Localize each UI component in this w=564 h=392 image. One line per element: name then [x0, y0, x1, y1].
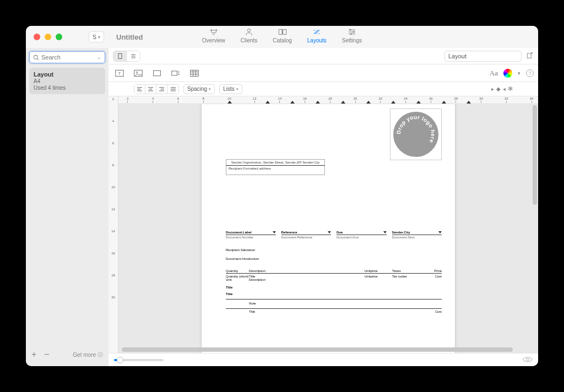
svg-rect-20	[172, 71, 177, 75]
ruler-next-button[interactable]: ◂	[503, 86, 506, 92]
top-nav-tabs: Overview Clients Catalog Layouts Setting…	[26, 26, 538, 48]
toolbar-view	[109, 48, 538, 64]
tab-stop-marker[interactable]	[416, 101, 421, 104]
page-view-button[interactable]	[113, 51, 127, 61]
tab-stop-marker[interactable]	[227, 101, 232, 104]
remove-layout-button[interactable]: −	[44, 350, 49, 360]
get-more-button[interactable]: Get more	[73, 352, 103, 358]
svg-point-7	[34, 55, 37, 59]
layout-item-size: A4	[34, 78, 101, 84]
add-layout-button[interactable]: +	[31, 350, 36, 360]
meta-row[interactable]: Document.LabelDocument.Number ReferenceD…	[226, 231, 442, 239]
line-items-table[interactable]: Quantity Description Unitprice Taxes Pri…	[226, 269, 442, 314]
list-view-button[interactable]	[127, 51, 140, 61]
tab-stop-marker[interactable]	[290, 101, 295, 104]
search-field[interactable]: ⌄	[29, 51, 105, 63]
horizontal-ruler: 2 4 6 8 10 12 14 16 18 20 22 24 26 28	[118, 96, 538, 104]
tab-overview[interactable]: Overview	[202, 28, 225, 43]
editor: T Aa ▾ ? Spacing	[109, 48, 538, 366]
align-center-button[interactable]	[145, 85, 156, 94]
svg-rect-19	[154, 70, 161, 76]
status-bar	[109, 353, 538, 366]
sidebar-footer: + − Get more	[29, 346, 105, 363]
insert-text-box-button[interactable]: T	[113, 67, 126, 79]
recipient-address: Recipient.Formatted address	[226, 165, 325, 175]
insert-image-button[interactable]	[132, 67, 145, 79]
tab-stop-marker[interactable]	[341, 101, 345, 104]
toolbar-insert: T Aa ▾ ?	[109, 64, 538, 82]
horizontal-scrollbar[interactable]	[122, 347, 529, 352]
tab-stop-marker[interactable]	[265, 101, 270, 104]
search-icon	[33, 55, 39, 61]
svg-line-8	[37, 58, 39, 60]
canvas[interactable]: Drop your logo here Sender.Organization,…	[118, 104, 538, 353]
tab-stop-marker[interactable]	[316, 101, 320, 104]
sidebar: ⌄ Layout A4 Used 4 times + − Get more	[26, 48, 109, 366]
svg-text:T: T	[118, 71, 121, 76]
page[interactable]: Drop your logo here Sender.Organization,…	[202, 104, 455, 353]
svg-point-42	[527, 358, 529, 361]
spacing-dropdown[interactable]: Spacing	[183, 84, 215, 94]
tab-stop-marker[interactable]	[391, 101, 395, 104]
introduction-field[interactable]: Document.Introduction	[226, 257, 259, 260]
tab-stop-marker[interactable]	[366, 101, 371, 104]
font-button[interactable]: Aa	[490, 69, 498, 78]
titlebar: S Untitled Overview Clients Catalog Layo…	[26, 26, 538, 48]
ruler-prev-button[interactable]: ▸	[491, 86, 494, 92]
vertical-scrollbar[interactable]	[533, 105, 537, 205]
svg-point-0	[247, 29, 250, 31]
svg-point-18	[136, 72, 137, 73]
vertical-ruler: 2 4 6 8 10 12 14 16 18 20	[109, 96, 118, 353]
ruler-settings-button[interactable]: ✻	[508, 85, 513, 92]
layout-name-input[interactable]	[444, 51, 522, 62]
toolbar-text: Spacing Lists ▸ ◆ ◂ ✻	[109, 82, 538, 96]
insert-field-button[interactable]	[169, 67, 182, 79]
color-picker-chevron[interactable]: ▾	[518, 70, 520, 76]
canvas-column: 2 4 6 8 10 12 14 16 18 20 22 24 26 28	[118, 96, 538, 353]
tab-settings[interactable]: Settings	[342, 28, 362, 43]
help-button[interactable]: ?	[526, 69, 534, 77]
text-align-segment	[134, 84, 179, 94]
app-window: S Untitled Overview Clients Catalog Layo…	[26, 26, 538, 366]
export-button[interactable]	[526, 51, 534, 61]
tab-stop-marker[interactable]	[442, 101, 446, 104]
align-left-button[interactable]	[134, 85, 145, 94]
view-mode-segment	[113, 51, 140, 62]
salutation-field[interactable]: Recipient.Salutation	[226, 248, 255, 252]
logo-placeholder[interactable]: Drop your logo here	[390, 108, 442, 160]
search-input[interactable]	[41, 54, 95, 61]
main-area: ⌄ Layout A4 Used 4 times + − Get more	[26, 48, 538, 366]
color-picker-button[interactable]	[503, 69, 512, 78]
tab-layouts[interactable]: Layouts	[307, 28, 327, 43]
align-justify-button[interactable]	[167, 85, 178, 94]
ruler-center-button[interactable]: ◆	[496, 86, 501, 92]
insert-rectangle-button[interactable]	[150, 67, 164, 79]
insert-table-button[interactable]	[188, 67, 201, 79]
download-icon	[97, 352, 103, 357]
tab-catalog[interactable]: Catalog	[273, 28, 291, 43]
svg-rect-10	[118, 53, 122, 58]
tab-clients[interactable]: Clients	[241, 28, 258, 43]
lists-dropdown[interactable]: Lists	[219, 84, 242, 94]
layout-item-usage: Used 4 times	[34, 85, 101, 91]
svg-text:Drop your logo here: Drop your logo here	[395, 114, 436, 144]
canvas-area: 2 4 6 8 10 12 14 16 18 20 2 4 6	[109, 96, 538, 353]
sender-box[interactable]: Sender.Organization, Sender.Street, Send…	[226, 159, 325, 175]
align-right-button[interactable]	[156, 85, 167, 94]
toolbar-right: Aa ▾ ?	[490, 69, 534, 78]
svg-rect-24	[191, 70, 198, 76]
zoom-slider[interactable]	[114, 359, 164, 361]
ruler-nav-buttons: ▸ ◆ ◂ ✻	[491, 85, 513, 92]
preview-toggle[interactable]	[523, 355, 533, 365]
search-scope-toggle[interactable]: ⌄	[97, 55, 101, 60]
tab-stop-marker[interactable]	[467, 101, 471, 104]
layout-list-item[interactable]: Layout A4 Used 4 times	[29, 68, 105, 94]
layout-item-name: Layout	[34, 71, 101, 78]
